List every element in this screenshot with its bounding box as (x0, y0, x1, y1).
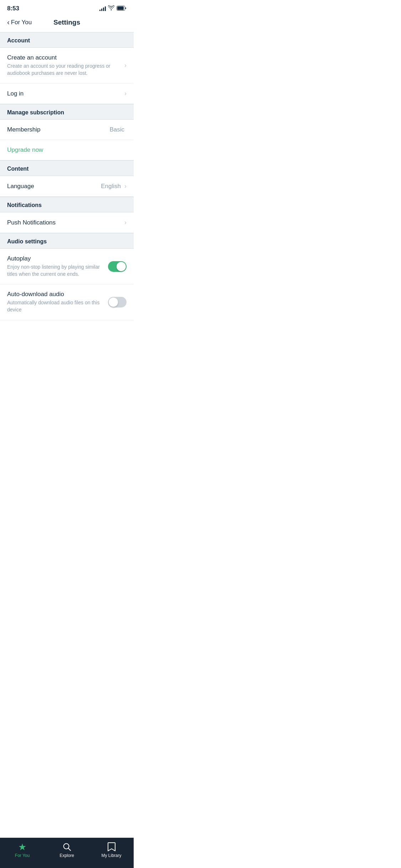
push-notifications-title: Push Notifications (7, 219, 124, 226)
language-row[interactable]: Language English › (0, 176, 134, 197)
upgrade-now-label: Upgrade now (7, 146, 43, 153)
back-label: For You (11, 19, 32, 26)
upgrade-now-row[interactable]: Upgrade now (0, 140, 134, 160)
autoplay-subtitle: Enjoy non-stop listening by playing simi… (7, 264, 108, 278)
membership-row[interactable]: Membership Basic (0, 120, 134, 140)
page-title: Settings (53, 19, 80, 26)
toggle-knob (109, 298, 118, 307)
log-in-row[interactable]: Log in › (0, 83, 134, 104)
language-value: English (101, 183, 121, 190)
svg-rect-1 (117, 6, 124, 10)
chevron-right-icon: › (124, 182, 127, 190)
membership-value: Basic (109, 126, 124, 133)
push-notifications-row[interactable]: Push Notifications › (0, 212, 134, 233)
membership-title: Membership (7, 126, 109, 133)
autoplay-title: Autoplay (7, 255, 108, 262)
create-account-title: Create an account (7, 54, 124, 61)
battery-icon (117, 6, 127, 12)
nav-header: ‹ For You Settings (0, 14, 134, 32)
toggle-knob (117, 262, 126, 271)
autoplay-row[interactable]: Autoplay Enjoy non-stop listening by pla… (0, 249, 134, 284)
status-time: 8:53 (7, 5, 19, 12)
chevron-right-icon: › (124, 90, 127, 97)
auto-download-row[interactable]: Auto-download audio Automatically downlo… (0, 284, 134, 320)
signal-icon (99, 6, 106, 11)
create-account-subtitle: Create an account so your reading progre… (7, 63, 110, 77)
autoplay-toggle[interactable] (108, 261, 127, 272)
settings-content: Account Create an account Create an acco… (0, 32, 134, 349)
create-account-row[interactable]: Create an account Create an account so y… (0, 48, 134, 83)
status-bar: 8:53 (0, 0, 134, 14)
log-in-title: Log in (7, 90, 124, 97)
chevron-right-icon: › (124, 219, 127, 226)
chevron-right-icon: › (124, 62, 127, 69)
section-header-notifications: Notifications (0, 197, 134, 212)
back-chevron-icon: ‹ (7, 18, 10, 26)
back-button[interactable]: ‹ For You (7, 19, 32, 26)
section-header-content: Content (0, 160, 134, 176)
auto-download-subtitle: Automatically download audio files on th… (7, 299, 108, 313)
section-header-subscription: Manage subscription (0, 104, 134, 120)
section-header-audio: Audio settings (0, 233, 134, 249)
auto-download-title: Auto-download audio (7, 291, 108, 298)
auto-download-toggle[interactable] (108, 297, 127, 308)
section-header-account: Account (0, 32, 134, 48)
status-icons (99, 5, 127, 12)
language-title: Language (7, 183, 101, 190)
wifi-icon (108, 5, 114, 12)
